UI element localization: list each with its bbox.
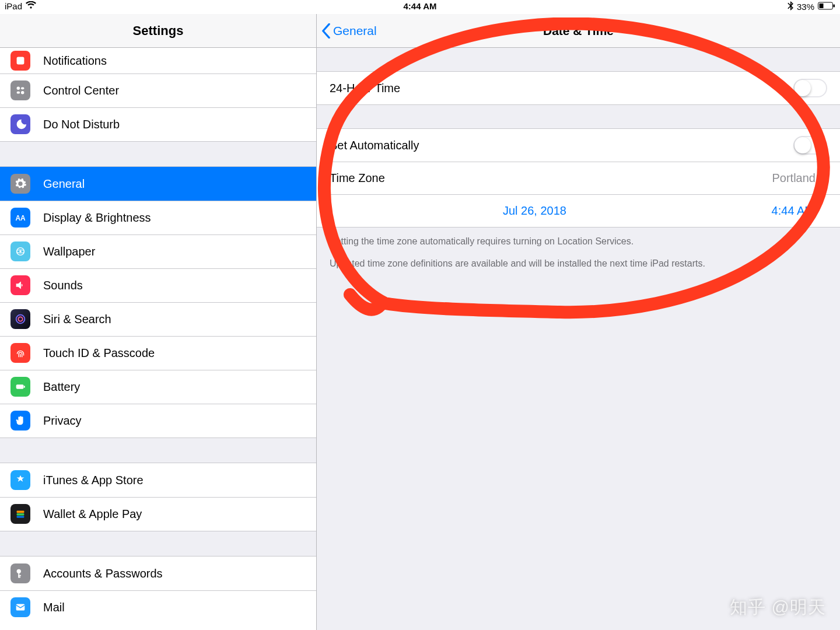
sidebar-item-do-not-disturb[interactable]: Do Not Disturb (0, 107, 316, 141)
svg-rect-6 (17, 92, 20, 94)
svg-rect-17 (17, 513, 24, 516)
chevron-right-icon (821, 172, 827, 185)
time-zone-value: Portland (772, 172, 816, 185)
svg-point-12 (16, 315, 25, 324)
svg-rect-14 (16, 384, 24, 388)
sidebar-item-sounds[interactable]: Sounds (0, 268, 316, 302)
sidebar-item-label: Notifications (43, 54, 107, 68)
svg-rect-21 (18, 575, 21, 576)
back-button[interactable]: General (321, 14, 377, 48)
mail-icon (10, 597, 30, 617)
sidebar-item-battery[interactable]: Battery (0, 370, 316, 404)
siri-icon (10, 309, 30, 329)
sounds-icon (10, 275, 30, 295)
toggle-24-hour[interactable] (793, 79, 827, 97)
gear-icon (10, 174, 30, 194)
footer-text-1: Setting the time zone automatically requ… (330, 235, 827, 249)
svg-rect-18 (17, 516, 24, 518)
svg-rect-1 (820, 4, 824, 8)
back-label: General (333, 24, 377, 38)
battery-icon (818, 2, 835, 12)
svg-rect-3 (17, 57, 24, 65)
sidebar-item-mail[interactable]: Mail (0, 590, 316, 624)
fingerprint-icon (10, 343, 30, 363)
sidebar-item-label: Wallpaper (43, 245, 95, 258)
sidebar-item-label: General (43, 177, 85, 191)
row-label: Time Zone (330, 172, 772, 185)
sidebar-item-label: Accounts & Passwords (43, 567, 163, 580)
svg-text:AA: AA (15, 214, 26, 222)
svg-point-19 (17, 569, 21, 573)
settings-title: Settings (0, 14, 316, 48)
detail-title: Date & Time (543, 24, 614, 38)
svg-point-10 (19, 250, 22, 253)
sidebar-item-label: Wallet & Apple Pay (43, 508, 142, 521)
sidebar-item-label: Display & Brightness (43, 211, 151, 225)
settings-sidebar: Settings Notifications Control Center Do… (0, 14, 317, 630)
sidebar-item-label: Do Not Disturb (43, 118, 120, 131)
row-label: 24-Hour Time (330, 82, 793, 95)
sidebar-item-label: Touch ID & Passcode (43, 346, 155, 360)
wallet-icon (10, 504, 30, 524)
chevron-left-icon (321, 23, 331, 38)
detail-header: General Date & Time (317, 14, 840, 48)
hand-icon (10, 411, 30, 430)
svg-rect-15 (24, 386, 25, 388)
wallpaper-icon (10, 242, 30, 261)
footer-text-2: Updated time zone definitions are availa… (330, 257, 827, 271)
sidebar-item-display[interactable]: AA Display & Brightness (0, 201, 316, 235)
sidebar-item-label: iTunes & App Store (43, 474, 144, 487)
svg-point-13 (18, 317, 22, 321)
toggle-set-automatically[interactable] (793, 136, 827, 155)
footer-notes: Setting the time zone automatically requ… (317, 228, 840, 278)
sidebar-item-touchid[interactable]: Touch ID & Passcode (0, 336, 316, 370)
sidebar-item-notifications[interactable]: Notifications (0, 48, 316, 74)
row-time-zone[interactable]: Time Zone Portland (317, 162, 840, 194)
bluetooth-icon (788, 1, 793, 12)
svg-rect-16 (17, 511, 24, 513)
sidebar-item-control-center[interactable]: Control Center (0, 74, 316, 107)
sidebar-item-itunes[interactable]: iTunes & App Store (0, 463, 316, 497)
row-set-automatically[interactable]: Set Automatically (317, 129, 840, 162)
svg-rect-2 (834, 5, 835, 8)
appstore-icon (10, 470, 30, 490)
notifications-icon (10, 51, 30, 71)
sidebar-item-label: Sounds (43, 279, 83, 292)
wifi-icon (26, 1, 36, 11)
status-bar: iPad 4:44 AM 33% (0, 0, 840, 14)
time-value[interactable]: 4:44 AM (740, 204, 827, 218)
svg-rect-22 (18, 577, 20, 578)
sidebar-item-wallet[interactable]: Wallet & Apple Pay (0, 497, 316, 531)
status-time: 4:44 AM (404, 1, 437, 11)
sidebar-item-label: Privacy (43, 414, 82, 428)
sidebar-item-privacy[interactable]: Privacy (0, 404, 316, 438)
svg-point-5 (21, 91, 24, 94)
battery-text: 33% (797, 2, 814, 12)
svg-rect-23 (16, 604, 25, 611)
svg-rect-7 (21, 88, 24, 90)
sidebar-item-accounts[interactable]: Accounts & Passwords (0, 556, 316, 590)
sidebar-item-general[interactable]: General (0, 167, 316, 201)
detail-pane: General Date & Time 24-Hour Time Set Aut… (317, 14, 840, 630)
sidebar-item-wallpaper[interactable]: Wallpaper (0, 235, 316, 268)
moon-icon (10, 114, 30, 134)
sidebar-item-label: Battery (43, 380, 80, 394)
display-icon: AA (10, 208, 30, 228)
device-label: iPad (5, 1, 22, 11)
control-center-icon (10, 80, 30, 100)
date-value[interactable]: Jul 26, 2018 (330, 204, 740, 218)
row-date-time-picker[interactable]: Jul 26, 2018 4:44 AM (317, 194, 840, 227)
key-icon (10, 564, 30, 583)
sidebar-item-label: Control Center (43, 84, 119, 97)
row-24-hour-time[interactable]: 24-Hour Time (317, 72, 840, 104)
svg-point-4 (17, 87, 20, 90)
sidebar-item-label: Siri & Search (43, 313, 111, 326)
battery-settings-icon (10, 377, 30, 397)
row-label: Set Automatically (330, 139, 793, 152)
sidebar-item-siri[interactable]: Siri & Search (0, 302, 316, 336)
sidebar-item-label: Mail (43, 601, 65, 614)
watermark: 知乎 @明天 (730, 596, 826, 620)
